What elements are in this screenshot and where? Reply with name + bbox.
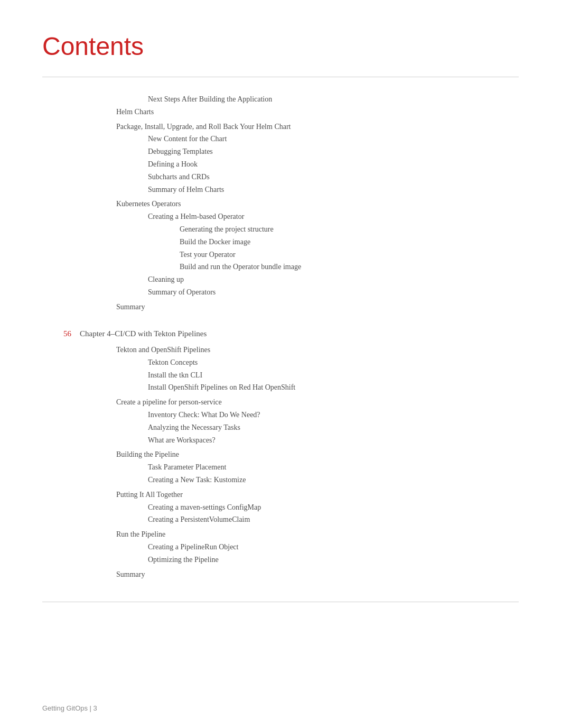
list-item: Run the Pipeline <box>42 528 519 541</box>
toc-text: Run the Pipeline <box>116 528 165 541</box>
toc-text: Creating a PipelineRun Object <box>148 541 238 554</box>
toc-text: What are Workspaces? <box>148 434 216 447</box>
list-item: Kubernetes Operators <box>42 198 519 210</box>
chapter-page-number: 56 <box>42 327 71 341</box>
toc-text: Summary <box>116 301 145 314</box>
list-item: Analyzing the Necessary Tasks <box>42 421 519 434</box>
list-item: Inventory Check: What Do We Need? <box>42 409 519 421</box>
toc-text: Install the tkn CLI <box>148 369 202 382</box>
list-item: Putting It All Together <box>42 489 519 501</box>
list-item: Tekton Concepts <box>42 356 519 369</box>
list-item: Build the Docker image <box>42 236 519 248</box>
toc-text: Putting It All Together <box>116 489 183 501</box>
list-item: Task Parameter Placement <box>42 461 519 474</box>
toc-text: Building the Pipeline <box>116 448 179 461</box>
list-item: Optimizing the Pipeline <box>42 554 519 566</box>
page-container: Contents Next Steps After Building the A… <box>0 0 561 644</box>
toc-text: Package, Install, Upgrade, and Roll Back… <box>116 121 291 133</box>
list-item: Next Steps After Building the Applicatio… <box>42 93 519 106</box>
toc-text: Tekton Concepts <box>148 356 198 369</box>
list-item: Creating a PersistentVolumeClaim <box>42 513 519 526</box>
list-item: Summary of Helm Charts <box>42 183 519 196</box>
toc-text: Cleaning up <box>148 273 184 286</box>
toc-text: Create a pipeline for person-service <box>116 396 222 409</box>
bottom-divider <box>42 602 519 602</box>
toc-text: Summary of Operators <box>148 286 216 299</box>
list-item: Install OpenShift Pipelines on Red Hat O… <box>42 381 519 394</box>
spacer <box>42 314 519 323</box>
toc-text: Kubernetes Operators <box>116 198 181 210</box>
toc-text: Next Steps After Building the Applicatio… <box>148 93 272 106</box>
list-item: Helm Charts <box>42 106 519 118</box>
toc-text: Install OpenShift Pipelines on Red Hat O… <box>148 381 295 394</box>
list-item: Build and run the Operator bundle image <box>42 261 519 273</box>
list-item: Creating a maven-settings ConfigMap <box>42 501 519 514</box>
list-item: New Content for the Chart <box>42 133 519 145</box>
toc-text: Creating a Helm-based Operator <box>148 210 244 223</box>
top-divider <box>42 77 519 77</box>
toc-text: Inventory Check: What Do We Need? <box>148 409 260 421</box>
footer-text: Getting GitOps | 3 <box>42 704 97 712</box>
toc-text: Creating a New Task: Kustomize <box>148 474 246 486</box>
toc-text: Defining a Hook <box>148 158 198 171</box>
toc-text: Build and run the Operator bundle image <box>180 261 301 273</box>
list-item: Tekton and OpenShift Pipelines <box>42 344 519 356</box>
toc-text: Creating a maven-settings ConfigMap <box>148 501 261 514</box>
toc-text: New Content for the Chart <box>148 133 227 145</box>
toc-text: Build the Docker image <box>180 236 250 248</box>
toc-text: Creating a PersistentVolumeClaim <box>148 513 250 526</box>
list-item: Create a pipeline for person-service <box>42 396 519 409</box>
toc-section: Next Steps After Building the Applicatio… <box>42 93 519 580</box>
list-item: Creating a Helm-based Operator <box>42 210 519 223</box>
list-item: Summary of Operators <box>42 286 519 299</box>
toc-text: Helm Charts <box>116 106 154 118</box>
list-item: Install the tkn CLI <box>42 369 519 382</box>
list-item: Test your Operator <box>42 248 519 261</box>
list-item: Debugging Templates <box>42 145 519 158</box>
list-item: Creating a PipelineRun Object <box>42 541 519 554</box>
toc-text: Debugging Templates <box>148 145 213 158</box>
list-item: Defining a Hook <box>42 158 519 171</box>
toc-text: Optimizing the Pipeline <box>148 554 219 566</box>
list-item: Generating the project structure <box>42 223 519 236</box>
list-item: Package, Install, Upgrade, and Roll Back… <box>42 121 519 133</box>
toc-text: Task Parameter Placement <box>148 461 226 474</box>
toc-text: Analyzing the Necessary Tasks <box>148 421 240 434</box>
list-item: Creating a New Task: Kustomize <box>42 474 519 486</box>
list-item: What are Workspaces? <box>42 434 519 447</box>
toc-text: Generating the project structure <box>180 223 274 236</box>
toc-text: Test your Operator <box>180 248 236 261</box>
chapter-title: Chapter 4–CI/CD with Tekton Pipelines <box>80 327 207 341</box>
list-item: Summary <box>42 301 519 314</box>
chapter-entry: 56 Chapter 4–CI/CD with Tekton Pipelines <box>42 327 519 341</box>
toc-text: Summary <box>116 568 145 581</box>
toc-text: Tekton and OpenShift Pipelines <box>116 344 210 356</box>
list-item: Summary <box>42 568 519 581</box>
toc-text: Summary of Helm Charts <box>148 183 224 196</box>
list-item: Subcharts and CRDs <box>42 171 519 183</box>
list-item: Building the Pipeline <box>42 448 519 461</box>
list-item: Cleaning up <box>42 273 519 286</box>
page-title: Contents <box>42 32 519 61</box>
toc-text: Subcharts and CRDs <box>148 171 210 183</box>
